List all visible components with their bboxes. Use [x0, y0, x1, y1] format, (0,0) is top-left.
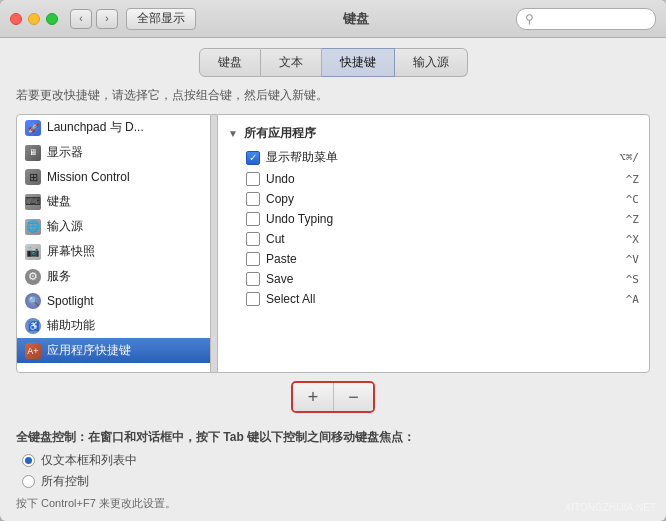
sidebar-label-app-shortcuts: 应用程序快捷键	[47, 342, 131, 359]
sidebar-label-input: 输入源	[47, 218, 83, 235]
triangle-icon: ▼	[228, 128, 238, 139]
checkbox-area-3[interactable]	[246, 212, 266, 226]
shortcut-label-4: Cut	[266, 232, 626, 246]
shortcut-row-2[interactable]: Copy ^C	[218, 189, 649, 209]
maximize-button[interactable]	[46, 13, 58, 25]
checkbox-5[interactable]	[246, 252, 260, 266]
sidebar-item-mission[interactable]: ⊞ Mission Control	[17, 165, 210, 189]
accessibility-icon: ♿	[25, 318, 41, 334]
shortcuts-panel: ▼ 所有应用程序 ✓ 显示帮助菜单 ⌥⌘/ Undo	[217, 114, 650, 373]
shortcut-row-3[interactable]: Undo Typing ^Z	[218, 209, 649, 229]
shortcut-label-3: Undo Typing	[266, 212, 626, 226]
sidebar-item-accessibility[interactable]: ♿ 辅助功能	[17, 313, 210, 338]
app-shortcuts-icon: A+	[25, 343, 41, 359]
remove-shortcut-button[interactable]: −	[333, 383, 373, 411]
footer-title: 全键盘控制：在窗口和对话框中，按下 Tab 键以下控制之间移动键盘焦点：	[16, 429, 650, 446]
tab-text[interactable]: 文本	[261, 48, 322, 77]
radio-label-text-only: 仅文本框和列表中	[41, 452, 137, 469]
checkbox-7[interactable]	[246, 292, 260, 306]
sidebar-item-input[interactable]: 🌐 输入源	[17, 214, 210, 239]
checkbox-area-6[interactable]	[246, 272, 266, 286]
sidebar-label-spotlight: Spotlight	[47, 294, 94, 308]
sidebar-item-services[interactable]: ⚙ 服务	[17, 264, 210, 289]
checkbox-4[interactable]	[246, 232, 260, 246]
shortcut-label-1: Undo	[266, 172, 626, 186]
shortcut-label-6: Save	[266, 272, 626, 286]
radio-row-1[interactable]: 所有控制	[22, 473, 650, 490]
shortcut-key-0: ⌥⌘/	[619, 151, 639, 164]
shortcut-key-2: ^C	[626, 193, 639, 206]
sidebar-item-keyboard[interactable]: ⌨ 键盘	[17, 189, 210, 214]
checkbox-area-1[interactable]	[246, 172, 266, 186]
radio-row-0[interactable]: 仅文本框和列表中	[22, 452, 650, 469]
shortcut-key-7: ^A	[626, 293, 639, 306]
tab-keyboard[interactable]: 键盘	[199, 48, 261, 77]
sidebar-label-keyboard: 键盘	[47, 193, 71, 210]
shortcut-row-0[interactable]: ✓ 显示帮助菜单 ⌥⌘/	[218, 146, 649, 169]
sidebar-label-services: 服务	[47, 268, 71, 285]
radio-all-controls[interactable]	[22, 475, 35, 488]
footer: 全键盘控制：在窗口和对话框中，按下 Tab 键以下控制之间移动键盘焦点： 仅文本…	[0, 421, 666, 521]
launchpad-icon: 🚀	[25, 120, 41, 136]
sidebar-label-launchpad: Launchpad 与 D...	[47, 119, 144, 136]
group-label: 所有应用程序	[244, 125, 316, 142]
traffic-lights	[10, 13, 58, 25]
keyboard-icon: ⌨	[25, 194, 41, 210]
checkbox-area-7[interactable]	[246, 292, 266, 306]
add-shortcut-button[interactable]: +	[293, 383, 333, 411]
group-header: ▼ 所有应用程序	[218, 121, 649, 146]
close-button[interactable]	[10, 13, 22, 25]
shortcut-key-4: ^X	[626, 233, 639, 246]
checkbox-0[interactable]: ✓	[246, 151, 260, 165]
shortcut-row-6[interactable]: Save ^S	[218, 269, 649, 289]
sidebar-label-mission: Mission Control	[47, 170, 130, 184]
tab-input[interactable]: 输入源	[395, 48, 468, 77]
sidebar-label-accessibility: 辅助功能	[47, 317, 95, 334]
shortcut-key-1: ^Z	[626, 173, 639, 186]
radio-text-only[interactable]	[22, 454, 35, 467]
checkbox-area-2[interactable]	[246, 192, 266, 206]
hint-text: 若要更改快捷键，请选择它，点按组合键，然后键入新键。	[16, 87, 650, 104]
shortcut-key-5: ^V	[626, 253, 639, 266]
show-all-button[interactable]: 全部显示	[126, 8, 196, 30]
checkbox-3[interactable]	[246, 212, 260, 226]
checkbox-2[interactable]	[246, 192, 260, 206]
shortcut-label-2: Copy	[266, 192, 626, 206]
content-area: 若要更改快捷键，请选择它，点按组合键，然后键入新键。 🚀 Launchpad 与…	[0, 77, 666, 421]
tab-shortcuts[interactable]: 快捷键	[322, 48, 395, 77]
sidebar-item-display[interactable]: 🖥 显示器	[17, 140, 210, 165]
sidebar: 🚀 Launchpad 与 D... 🖥 显示器 ⊞ Mission Contr…	[16, 114, 211, 373]
main-pane: 🚀 Launchpad 与 D... 🖥 显示器 ⊞ Mission Contr…	[16, 114, 650, 373]
sidebar-item-spotlight[interactable]: 🔍 Spotlight	[17, 289, 210, 313]
input-icon: 🌐	[25, 219, 41, 235]
sidebar-item-app-shortcuts[interactable]: A+ 应用程序快捷键	[17, 338, 210, 363]
shortcut-row-5[interactable]: Paste ^V	[218, 249, 649, 269]
window-title: 键盘	[196, 10, 516, 28]
add-remove-box: + −	[291, 381, 375, 413]
spotlight-icon: 🔍	[25, 293, 41, 309]
display-icon: 🖥	[25, 145, 41, 161]
shortcut-label-5: Paste	[266, 252, 626, 266]
shortcut-row-4[interactable]: Cut ^X	[218, 229, 649, 249]
checkbox-6[interactable]	[246, 272, 260, 286]
checkbox-area-0[interactable]: ✓	[246, 151, 266, 165]
search-icon: ⚲	[525, 12, 534, 26]
forward-button[interactable]: ›	[96, 9, 118, 29]
back-button[interactable]: ‹	[70, 9, 92, 29]
bottom-toolbar: + −	[16, 373, 650, 421]
sidebar-item-screenshot[interactable]: 📷 屏幕快照	[17, 239, 210, 264]
titlebar: ‹ › 全部显示 键盘 ⚲	[0, 0, 666, 38]
shortcut-label-0: 显示帮助菜单	[266, 149, 619, 166]
sidebar-label-screenshot: 屏幕快照	[47, 243, 95, 260]
search-box[interactable]: ⚲	[516, 8, 656, 30]
sidebar-item-launchpad[interactable]: 🚀 Launchpad 与 D...	[17, 115, 210, 140]
shortcut-key-3: ^Z	[626, 213, 639, 226]
shortcut-row-1[interactable]: Undo ^Z	[218, 169, 649, 189]
checkbox-area-4[interactable]	[246, 232, 266, 246]
shortcut-row-7[interactable]: Select All ^A	[218, 289, 649, 309]
sidebar-label-display: 显示器	[47, 144, 83, 161]
checkbox-area-5[interactable]	[246, 252, 266, 266]
minimize-button[interactable]	[28, 13, 40, 25]
service-icon: ⚙	[25, 269, 41, 285]
checkbox-1[interactable]	[246, 172, 260, 186]
